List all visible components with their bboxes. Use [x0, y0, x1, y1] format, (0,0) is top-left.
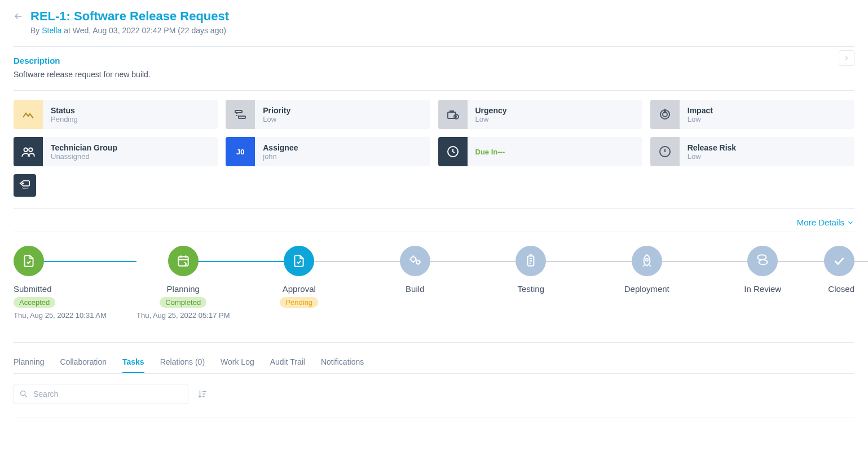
status-icon — [14, 100, 43, 129]
tech-group-label: Technician Group — [51, 143, 117, 152]
stage-closed[interactable]: Closed — [821, 246, 854, 294]
page-title: REL-1: Software Release Request — [30, 9, 229, 24]
priority-value: Low — [263, 115, 290, 123]
more-details-toggle[interactable]: More Details — [797, 218, 854, 227]
stage-deployment[interactable]: Deployment — [589, 246, 705, 294]
more-details-label: More Details — [797, 218, 844, 227]
assignee-value: john — [263, 152, 298, 161]
tech-group-card[interactable]: Technician GroupUnassigned — [14, 137, 218, 166]
svg-point-15 — [646, 259, 648, 261]
stage-planning[interactable]: PlanningCompletedThu, Aug 25, 2022 05:17… — [125, 246, 241, 320]
divider — [14, 46, 854, 47]
divider — [14, 90, 854, 91]
chevron-down-icon — [847, 219, 854, 227]
back-arrow-icon[interactable] — [14, 11, 24, 21]
stage-circle — [747, 246, 778, 276]
divider — [14, 232, 854, 232]
urgency-value: Low — [475, 115, 507, 123]
byline-suffix: at Wed, Aug 03, 2022 02:42 PM (22 days a… — [61, 26, 226, 35]
description-text: Software release request for new build. — [14, 70, 151, 79]
priority-icon — [226, 100, 255, 129]
due-in-label: Due In--- — [475, 148, 505, 156]
svg-rect-11 — [178, 256, 188, 265]
stage-circle — [284, 246, 314, 276]
stage-name: Closed — [828, 284, 854, 294]
clock-icon — [438, 137, 468, 166]
search-icon — [19, 389, 28, 398]
release-risk-label: Release Risk — [688, 143, 736, 152]
stage-name: Deployment — [624, 284, 669, 294]
tab-relations-[interactable]: Relations (0) — [160, 352, 205, 373]
svg-point-7 — [29, 148, 33, 152]
stage-date: Thu, Aug 25, 2022 05:17 PM — [136, 311, 230, 320]
sort-button[interactable] — [197, 389, 208, 399]
svg-point-10 — [22, 183, 23, 184]
stage-testing[interactable]: Testing — [473, 246, 589, 294]
stage-name: Submitted — [14, 284, 52, 294]
tab-planning[interactable]: Planning — [14, 352, 45, 373]
stage-circle — [824, 246, 854, 276]
risk-icon — [650, 137, 680, 166]
tab-audit-trail[interactable]: Audit Trail — [270, 352, 305, 373]
divider — [14, 342, 854, 343]
status-card[interactable]: StatusPending — [14, 100, 218, 129]
svg-point-13 — [416, 260, 420, 264]
release-risk-value: Low — [688, 152, 736, 161]
release-risk-card[interactable]: Release RiskLow — [650, 137, 854, 166]
stage-date: Thu, Aug 25, 2022 10:31 AM — [14, 311, 107, 320]
impact-label: Impact — [688, 106, 713, 115]
stage-name: Build — [406, 284, 424, 294]
stage-circle — [14, 246, 44, 276]
assignee-label: Assignee — [263, 143, 298, 152]
svg-point-6 — [24, 148, 28, 152]
urgency-card[interactable]: UrgencyLow — [438, 100, 642, 129]
description-label: Description — [14, 56, 151, 65]
stage-approval[interactable]: ApprovalPending — [241, 246, 358, 308]
stage-build[interactable]: Build — [357, 246, 473, 294]
stage-status-badge: Completed — [160, 297, 206, 308]
tab-work-log[interactable]: Work Log — [221, 352, 254, 373]
stage-in-review[interactable]: In Review — [705, 246, 821, 294]
svg-rect-0 — [235, 110, 242, 113]
stage-circle — [168, 246, 199, 276]
tab-collaboration[interactable]: Collaboration — [60, 352, 107, 373]
stage-name: In Review — [744, 284, 781, 294]
tab-notifications[interactable]: Notifications — [321, 352, 364, 373]
stage-name: Planning — [167, 284, 200, 294]
due-in-card[interactable]: Due In--- — [438, 137, 642, 166]
stage-status-badge: Accepted — [14, 297, 55, 308]
stage-name: Approval — [283, 284, 316, 294]
author-link[interactable]: Stella — [42, 26, 61, 35]
impact-icon — [650, 100, 680, 129]
tags-button[interactable] — [14, 174, 36, 197]
svg-point-16 — [21, 391, 25, 396]
search-input[interactable] — [14, 384, 188, 404]
group-icon — [14, 137, 43, 166]
assignee-card[interactable]: J0 Assigneejohn — [226, 137, 430, 166]
byline: By Stella at Wed, Aug 03, 2022 02:42 PM … — [30, 26, 854, 35]
expand-panel-button[interactable] — [839, 50, 854, 66]
search-box — [14, 384, 188, 404]
svg-rect-1 — [239, 116, 245, 118]
stage-name: Testing — [517, 284, 544, 294]
urgency-label: Urgency — [475, 106, 507, 115]
stage-submitted[interactable]: SubmittedAcceptedThu, Aug 25, 2022 10:31… — [14, 246, 125, 320]
divider — [14, 418, 854, 418]
priority-card[interactable]: PriorityLow — [226, 100, 430, 129]
stage-status-badge: Pending — [280, 297, 318, 308]
svg-point-12 — [411, 256, 416, 262]
stage-circle — [400, 246, 430, 276]
status-value: Pending — [51, 115, 78, 123]
priority-label: Priority — [263, 106, 290, 115]
assignee-avatar: J0 — [226, 137, 255, 166]
urgency-icon — [438, 100, 468, 129]
impact-card[interactable]: ImpactLow — [650, 100, 854, 129]
stage-circle — [515, 246, 546, 276]
status-label: Status — [51, 106, 78, 115]
divider — [14, 208, 854, 209]
byline-prefix: By — [30, 26, 42, 35]
tech-group-value: Unassigned — [51, 152, 117, 161]
stage-circle — [632, 246, 662, 276]
impact-value: Low — [688, 115, 713, 123]
tab-tasks[interactable]: Tasks — [122, 352, 144, 373]
